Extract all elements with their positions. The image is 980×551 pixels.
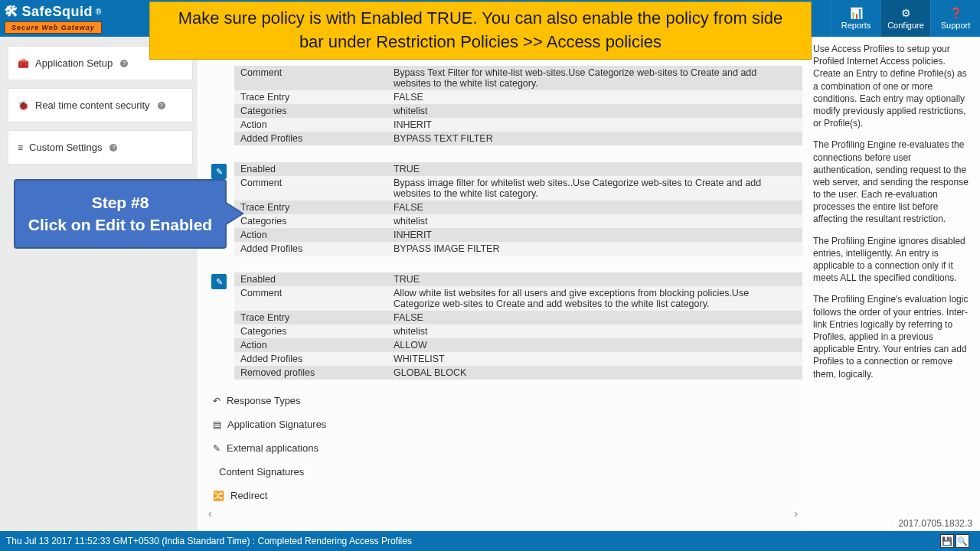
gear-icon: ⚙ bbox=[901, 7, 911, 19]
accordion-label: Application Signatures bbox=[227, 419, 326, 430]
status-text: Thu Jul 13 2017 11:52:33 GMT+0530 (India… bbox=[6, 536, 412, 546]
field-key: Categories bbox=[234, 214, 387, 228]
field-key: Added Profiles bbox=[234, 132, 387, 145]
field-key: Trace Entry bbox=[234, 201, 387, 214]
sidebar-item-label: Custom Settings bbox=[29, 142, 102, 153]
accordion-app-signatures[interactable]: ▤Application Signatures bbox=[204, 412, 802, 436]
field-value: FALSE bbox=[387, 90, 802, 104]
field-key: Comment bbox=[234, 66, 387, 80]
nav-configure[interactable]: ⚙ Configure bbox=[880, 0, 930, 37]
nav-support[interactable]: ❓ Support bbox=[930, 0, 980, 37]
accordion-label: External applications bbox=[227, 442, 318, 454]
undo-icon: ↶ bbox=[213, 396, 220, 406]
sidebar-left: 🧰 Application Setup ? 🐞 Real time conten… bbox=[0, 37, 198, 531]
field-value: whitelist bbox=[387, 214, 802, 228]
field-key: Action bbox=[234, 118, 387, 132]
field-key: Removed profiles bbox=[234, 366, 387, 380]
horizontal-scroll-arrows: ‹ › bbox=[204, 507, 802, 523]
save-button[interactable]: 💾 bbox=[940, 534, 954, 548]
search-button[interactable]: 🔍 bbox=[956, 534, 969, 548]
edit-button[interactable]: ✎ bbox=[211, 164, 227, 179]
help-icon: ❓ bbox=[949, 7, 962, 19]
field-value: BYPASS IMAGE FILTER bbox=[387, 242, 802, 256]
field-value: whitelist bbox=[387, 104, 802, 118]
nav-label: Configure bbox=[887, 21, 924, 30]
nav-label: Support bbox=[941, 21, 971, 30]
help-panel: Use Access Profiles to setup your Profil… bbox=[805, 37, 980, 531]
logo-subtitle: Secure Web Gateway bbox=[5, 21, 102, 34]
pencil-icon: ✎ bbox=[216, 167, 223, 177]
nav-buttons: 📊 Reports ⚙ Configure ❓ Support bbox=[831, 0, 980, 37]
field-key: Action bbox=[234, 338, 387, 352]
accordion-response-types[interactable]: ↶Response Types bbox=[204, 389, 802, 412]
field-key: Added Profiles bbox=[234, 352, 387, 366]
briefcase-icon: 🧰 bbox=[18, 58, 29, 69]
field-value: Bypass image filter for whitelist web si… bbox=[387, 176, 802, 201]
status-bar: Thu Jul 13 2017 11:52:33 GMT+0530 (India… bbox=[0, 531, 980, 551]
accordion-label: Content Signatures bbox=[219, 466, 304, 478]
field-key: Categories bbox=[234, 104, 387, 118]
help-badge-icon: ? bbox=[120, 60, 128, 67]
policy-block: ✎ EnabledTRUE CommentBypass image filter… bbox=[204, 162, 802, 256]
edit-button[interactable]: ✎ bbox=[211, 274, 227, 289]
wrench-icon: 🛠 bbox=[5, 4, 19, 20]
help-paragraph: Use Access Profiles to setup your Profil… bbox=[813, 43, 972, 129]
field-key: Enabled bbox=[234, 162, 387, 176]
chevron-left-icon[interactable]: ‹ bbox=[208, 507, 212, 520]
field-value: BYPASS TEXT FILTER bbox=[387, 132, 802, 145]
policy-block: ✎ EnabledTRUE CommentAllow white list we… bbox=[204, 272, 802, 380]
grid-icon: ▤ bbox=[213, 419, 221, 430]
field-key: Action bbox=[234, 228, 387, 242]
field-value: TRUE bbox=[387, 272, 802, 286]
callout-text: Click on Edit to Enabled bbox=[23, 214, 217, 236]
nav-label: Reports bbox=[841, 21, 871, 30]
field-value: ALLOW bbox=[387, 338, 802, 352]
scroll-area[interactable]: CommentBypass Text Filter for white-list… bbox=[204, 37, 802, 531]
field-key: Added Profiles bbox=[234, 242, 387, 256]
sidebar-item-custom[interactable]: ≡ Custom Settings ? bbox=[8, 130, 193, 165]
field-value: whitelist bbox=[387, 324, 802, 338]
sidebar-item-label: Application Setup bbox=[35, 57, 113, 69]
field-value: WHITELIST bbox=[387, 352, 802, 366]
pencil-icon: ✎ bbox=[216, 277, 223, 287]
field-key: Trace Entry bbox=[234, 311, 387, 324]
accordion-redirect[interactable]: 🔀Redirect bbox=[204, 484, 802, 507]
field-value: Bypass Text Filter for white-list web-si… bbox=[387, 66, 802, 90]
field-key: Enabled bbox=[234, 272, 387, 286]
help-paragraph: The Profiling Engine's evaluation logic … bbox=[813, 293, 972, 380]
help-paragraph: The Profiling Engine ignores disabled en… bbox=[813, 235, 972, 285]
chart-icon: 📊 bbox=[850, 7, 863, 19]
logo-main: 🛠 SafeSquid® bbox=[5, 4, 102, 20]
nav-reports[interactable]: 📊 Reports bbox=[831, 0, 880, 37]
field-key: Comment bbox=[234, 176, 387, 190]
callout-title: Step #8 bbox=[23, 191, 217, 214]
sidebar-item-realtime[interactable]: 🐞 Real time content security ? bbox=[8, 88, 193, 122]
field-key: Trace Entry bbox=[234, 90, 387, 104]
sidebar-item-label: Real time content security bbox=[35, 99, 150, 111]
help-badge-icon: ? bbox=[109, 144, 117, 152]
pencil-icon: ✎ bbox=[213, 443, 220, 454]
accordion-label: Response Types bbox=[227, 395, 301, 406]
main-panel: CommentBypass Text Filter for white-list… bbox=[198, 37, 805, 531]
accordion-external-apps[interactable]: ✎External applications bbox=[204, 436, 802, 460]
help-badge-icon: ? bbox=[158, 102, 165, 109]
save-icon: 💾 bbox=[942, 536, 952, 546]
field-value: GLOBAL BLOCK bbox=[387, 366, 802, 380]
list-icon: ≡ bbox=[18, 142, 23, 153]
logo-block: 🛠 SafeSquid® Secure Web Gateway bbox=[0, 4, 102, 34]
search-icon: 🔍 bbox=[957, 536, 968, 546]
help-paragraph: The Profiling Engine re-evaluates the co… bbox=[813, 139, 972, 225]
content-area: 🧰 Application Setup ? 🐞 Real time conten… bbox=[0, 37, 980, 531]
field-value: TRUE bbox=[387, 162, 802, 176]
accordion-label: Redirect bbox=[230, 490, 267, 501]
field-value: FALSE bbox=[387, 311, 802, 324]
logo-text: SafeSquid bbox=[22, 4, 93, 20]
field-key: Categories bbox=[234, 324, 387, 338]
field-value: Allow white list websites for all users … bbox=[387, 286, 802, 311]
chevron-right-icon[interactable]: › bbox=[794, 507, 798, 520]
field-value: INHERIT bbox=[387, 228, 802, 242]
accordion-content-signatures[interactable]: Content Signatures bbox=[204, 460, 802, 484]
instruction-banner: Make sure policy is with Enabled TRUE. Y… bbox=[149, 2, 812, 60]
shuffle-icon: 🔀 bbox=[213, 491, 224, 501]
field-key: Comment bbox=[234, 286, 387, 300]
